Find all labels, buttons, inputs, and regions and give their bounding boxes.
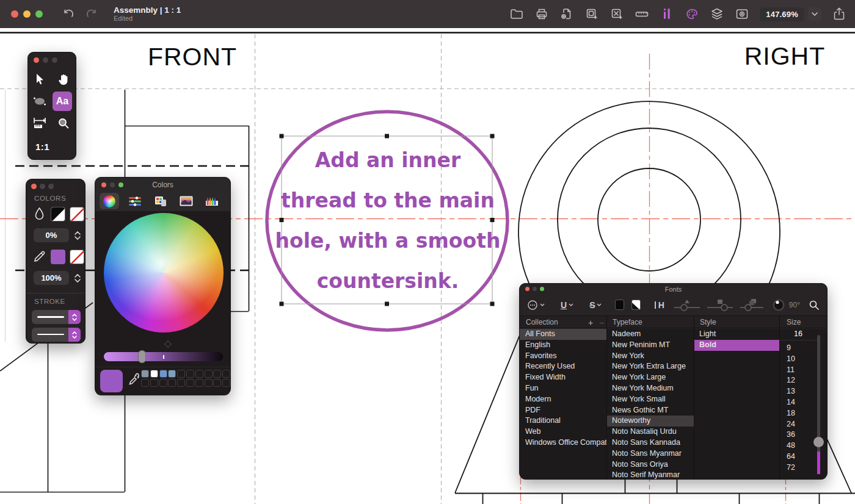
swatch-cell[interactable] — [186, 370, 194, 378]
collection-item[interactable]: Fixed Width — [520, 372, 606, 383]
size-item[interactable]: 11 — [781, 365, 815, 376]
ellipse-tool[interactable] — [30, 92, 49, 111]
folder-icon[interactable] — [509, 7, 524, 21]
typeface-item[interactable]: Noteworthy — [606, 416, 694, 427]
size-item[interactable]: 12 — [781, 375, 815, 386]
swatch-cell[interactable] — [177, 379, 185, 387]
zoom-tool[interactable] — [54, 113, 73, 133]
swatch-cell[interactable] — [168, 370, 176, 378]
typeface-item[interactable]: Noto Sans Kannada — [606, 437, 694, 448]
collection-item[interactable]: Windows Office Compat — [520, 437, 606, 448]
pan-tool[interactable] — [54, 70, 73, 89]
annotation-text[interactable]: Add an innerthread to the mainhole, with… — [274, 140, 501, 301]
style-item[interactable]: Light — [694, 329, 779, 340]
remove-collection-button[interactable]: − — [599, 318, 604, 328]
document-color-well[interactable] — [631, 300, 641, 310]
swatch-cell[interactable] — [213, 370, 221, 378]
swatch-cell[interactable] — [205, 370, 213, 378]
swatch-cell[interactable] — [195, 379, 203, 387]
typeface-item[interactable]: News Gothic MT — [606, 405, 694, 416]
swatch-cell[interactable] — [177, 370, 185, 378]
size-item[interactable]: 10 — [781, 354, 815, 365]
collection-item[interactable]: PDF — [520, 405, 606, 416]
zoom-window-button[interactable] — [52, 57, 57, 63]
swatch-cell[interactable] — [195, 370, 203, 378]
shadow-opacity-slider[interactable] — [673, 298, 701, 312]
fill-opacity-field[interactable]: 0% — [34, 228, 69, 242]
size-value-field[interactable]: 16 — [779, 329, 817, 340]
eyedropper-icon[interactable] — [128, 372, 142, 386]
swatch-cell[interactable] — [168, 379, 176, 387]
zoom-window-button[interactable] — [48, 184, 54, 189]
stroke-width-dropdown[interactable] — [32, 310, 81, 324]
layers-icon[interactable] — [710, 7, 724, 21]
strikethrough-menu[interactable]: S — [589, 300, 602, 310]
swatch-cell[interactable] — [141, 379, 149, 387]
dimension-tool[interactable] — [30, 113, 49, 133]
stroke-opacity-field[interactable]: 100% — [34, 271, 69, 285]
minimize-button[interactable] — [40, 184, 45, 189]
swatch-cell[interactable] — [159, 379, 167, 387]
typeface-item[interactable]: New York Small — [606, 394, 694, 405]
actions-menu[interactable] — [527, 300, 545, 311]
color-wheel-tab[interactable] — [100, 193, 119, 209]
collection-item[interactable]: Web — [520, 427, 606, 437]
print-icon[interactable] — [534, 7, 549, 21]
typeface-item[interactable]: Noto Nastaliq Urdu — [606, 427, 694, 437]
stroke-none-swatch[interactable] — [70, 250, 84, 264]
close-button[interactable] — [11, 10, 18, 18]
select-tool[interactable] — [30, 70, 49, 89]
chevron-down-icon[interactable] — [808, 7, 821, 21]
swatch-cell[interactable] — [222, 379, 230, 387]
collection-item[interactable]: Recently Used — [520, 361, 606, 372]
swatch-cell[interactable] — [150, 370, 158, 378]
minimize-button[interactable] — [23, 10, 31, 18]
tools-panel-icon[interactable] — [660, 7, 674, 21]
share-icon[interactable] — [832, 7, 846, 21]
color-palettes-tab[interactable] — [151, 193, 170, 209]
collection-item[interactable]: All Fonts — [520, 329, 606, 340]
typeface-item[interactable]: New York Extra Large — [606, 361, 694, 372]
zoom-value[interactable]: 147.69% — [760, 7, 804, 21]
stroke-color-swatch[interactable] — [51, 250, 65, 264]
swatch-cell[interactable] — [222, 370, 230, 378]
stroke-opacity-stepper[interactable] — [73, 271, 82, 285]
typeface-item[interactable]: Noto Sans Myanmar — [606, 448, 694, 459]
minimize-button[interactable] — [43, 57, 48, 63]
swatch-cell[interactable] — [159, 370, 167, 378]
typeface-item[interactable]: New York — [606, 351, 694, 362]
color-palette-icon[interactable] — [685, 7, 699, 21]
text-highlight-toggle[interactable]: H — [654, 300, 664, 310]
size-slider-knob[interactable] — [813, 437, 824, 447]
preview-icon[interactable] — [735, 7, 749, 21]
fill-color-swatch[interactable] — [51, 207, 65, 221]
text-tool[interactable]: Aa — [53, 92, 72, 111]
close-button[interactable] — [34, 57, 39, 63]
pencils-tab[interactable] — [202, 193, 222, 209]
fill-none-swatch[interactable] — [70, 207, 84, 221]
size-item[interactable]: 24 — [781, 419, 815, 430]
stroke-stepper[interactable] — [68, 328, 81, 342]
swatch-cell[interactable] — [205, 379, 213, 387]
search-icon[interactable] — [809, 300, 820, 311]
ruler-icon[interactable] — [635, 7, 649, 21]
swatch-cell[interactable] — [186, 379, 194, 387]
typeface-item[interactable]: Noto Sans Oriya — [606, 459, 694, 470]
shadow-offset-slider[interactable] — [739, 298, 765, 312]
collection-item[interactable]: English — [520, 340, 606, 351]
window-controls[interactable] — [11, 10, 43, 18]
current-color-swatch[interactable] — [100, 370, 123, 392]
size-item[interactable]: 72 — [781, 463, 815, 473]
shadow-angle-wheel[interactable] — [772, 298, 785, 312]
color-wheel[interactable] — [104, 213, 224, 333]
collection-item[interactable]: Modern — [520, 394, 606, 405]
undo-icon[interactable] — [61, 7, 76, 21]
zoom-window-button[interactable] — [35, 10, 43, 18]
shadow-angle-value[interactable]: 90° — [789, 301, 800, 309]
zoom-control[interactable]: 147.69% — [760, 7, 821, 21]
collection-item[interactable]: Traditional — [520, 416, 606, 427]
style-item[interactable]: Bold — [694, 340, 779, 351]
swatch-cell[interactable] — [213, 379, 221, 387]
size-item[interactable]: 36 — [781, 430, 815, 441]
insert-frame-icon[interactable] — [609, 7, 624, 21]
